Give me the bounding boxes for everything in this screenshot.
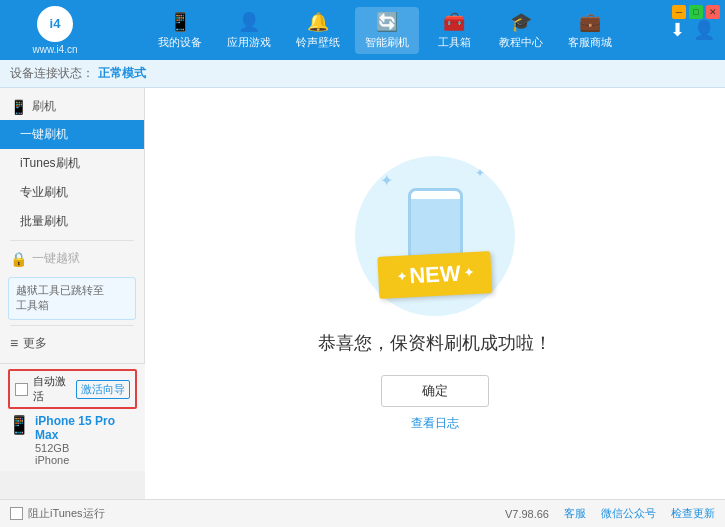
sparkle-left-icon: ✦	[380, 171, 393, 190]
toolbox-label: 工具箱	[438, 35, 471, 50]
header: i4 www.i4.cn 📱 我的设备 👤 应用游戏 🔔 铃声壁纸 🔄 智能刷机…	[0, 0, 725, 60]
sidebar-divider-1	[10, 240, 134, 241]
nav-tabs: 📱 我的设备 👤 应用游戏 🔔 铃声壁纸 🔄 智能刷机 🧰 工具箱 🎓 教程中心…	[100, 7, 670, 54]
nav-tab-toolbox[interactable]: 🧰 工具箱	[424, 7, 484, 54]
header-right: ⬇ 👤	[670, 19, 715, 41]
device-name: iPhone 15 Pro Max	[35, 414, 137, 442]
jailbreak-section-icon: 🔒	[10, 251, 27, 267]
download-icon[interactable]: ⬇	[670, 19, 685, 41]
sparkle-right-icon: ✦	[475, 166, 485, 180]
status-value: 正常模式	[98, 65, 146, 82]
nav-tab-apps[interactable]: 👤 应用游戏	[217, 7, 281, 54]
log-link[interactable]: 查看日志	[411, 415, 459, 432]
device-section: 自动激活 激活向导 📱 iPhone 15 Pro Max 512GB iPho…	[0, 363, 145, 471]
tutorial-label: 教程中心	[499, 35, 543, 50]
logo-area: i4 www.i4.cn	[10, 6, 100, 55]
sidebar-wrapper: 📱 刷机 一键刷机 iTunes刷机 专业刷机 批量刷机 🔒 一键越狱 越狱工具…	[0, 88, 145, 499]
device-phone-icon: 📱	[8, 414, 30, 436]
main-layout: 📱 刷机 一键刷机 iTunes刷机 专业刷机 批量刷机 🔒 一键越狱 越狱工具…	[0, 88, 725, 499]
jailbreak-section-label: 一键越狱	[32, 250, 80, 267]
footer-right: V7.98.66 客服 微信公众号 检查更新	[505, 506, 715, 521]
sidebar-item-itunes-flash[interactable]: iTunes刷机	[0, 149, 144, 178]
apps-icon: 👤	[238, 11, 260, 33]
device-details: iPhone 15 Pro Max 512GB iPhone	[35, 414, 137, 466]
device-type: iPhone	[35, 454, 137, 466]
version-text: V7.98.66	[505, 508, 549, 520]
status-label: 设备连接状态：	[10, 65, 94, 82]
nav-tab-service[interactable]: 💼 客服商城	[558, 7, 622, 54]
smart-flash-icon: 🔄	[376, 11, 398, 33]
nav-tab-tutorial[interactable]: 🎓 教程中心	[489, 7, 553, 54]
maximize-button[interactable]: □	[689, 5, 703, 19]
success-image: ✦ ✦ NEW	[355, 156, 515, 316]
sidebar-item-batch-flash[interactable]: 批量刷机	[0, 207, 144, 236]
auto-activate-checkbox[interactable]	[15, 383, 28, 396]
confirm-button[interactable]: 确定	[381, 375, 489, 407]
check-update-link[interactable]: 检查更新	[671, 506, 715, 521]
success-text: 恭喜您，保资料刷机成功啦！	[318, 331, 552, 355]
minimize-button[interactable]: ─	[672, 5, 686, 19]
status-bar: 设备连接状态： 正常模式	[0, 60, 725, 88]
nav-tab-ringtone[interactable]: 🔔 铃声壁纸	[286, 7, 350, 54]
sidebar-section-header-jailbreak: 🔒 一键越狱	[0, 245, 144, 272]
sidebar-divider-2	[10, 325, 134, 326]
logo-text: i4	[50, 16, 61, 31]
service-icon: 💼	[579, 11, 601, 33]
user-icon[interactable]: 👤	[693, 19, 715, 41]
footer-left: 阻止iTunes运行	[10, 506, 105, 521]
more-section-icon: ≡	[10, 335, 18, 351]
itunes-label: 阻止iTunes运行	[28, 506, 105, 521]
flash-section-label: 刷机	[32, 98, 56, 115]
customer-service-link[interactable]: 客服	[564, 506, 586, 521]
auto-activate-label: 自动激活	[33, 374, 71, 404]
more-section-label: 更多	[23, 335, 47, 352]
close-button[interactable]: ✕	[706, 5, 720, 19]
nav-tab-my-device[interactable]: 📱 我的设备	[148, 7, 212, 54]
my-device-icon: 📱	[169, 11, 191, 33]
new-ribbon-text: NEW	[377, 251, 492, 299]
smart-flash-label: 智能刷机	[365, 35, 409, 50]
logo-subtext: www.i4.cn	[32, 44, 77, 55]
sidebar-item-one-key-flash[interactable]: 一键刷机	[0, 120, 144, 149]
sidebar-jailbreak-notice: 越狱工具已跳转至工具箱	[8, 277, 136, 320]
auto-activate-row: 自动激活 激活向导	[8, 369, 137, 409]
tutorial-icon: 🎓	[510, 11, 532, 33]
nav-tab-smart-flash[interactable]: 🔄 智能刷机	[355, 7, 419, 54]
apps-label: 应用游戏	[227, 35, 271, 50]
flash-section-icon: 📱	[10, 99, 27, 115]
wechat-link[interactable]: 微信公众号	[601, 506, 656, 521]
service-label: 客服商城	[568, 35, 612, 50]
sidebar-section-flash: 📱 刷机 一键刷机 iTunes刷机 专业刷机 批量刷机	[0, 93, 144, 236]
guide-button[interactable]: 激活向导	[76, 380, 130, 399]
device-info: 📱 iPhone 15 Pro Max 512GB iPhone	[8, 414, 137, 466]
sidebar-section-header-more: ≡ 更多	[0, 330, 144, 357]
ringtone-label: 铃声壁纸	[296, 35, 340, 50]
sidebar-section-header-flash: 📱 刷机	[0, 93, 144, 120]
sidebar-item-pro-flash[interactable]: 专业刷机	[0, 178, 144, 207]
content-area: ✦ ✦ NEW 恭喜您，保资料刷机成功啦！ 确定 查看日志	[145, 88, 725, 499]
my-device-label: 我的设备	[158, 35, 202, 50]
footer: 阻止iTunes运行 V7.98.66 客服 微信公众号 检查更新	[0, 499, 725, 527]
toolbox-icon: 🧰	[443, 11, 465, 33]
logo-icon: i4	[37, 6, 73, 42]
sidebar-section-jailbreak: 🔒 一键越狱 越狱工具已跳转至工具箱	[0, 245, 144, 320]
new-badge: NEW	[378, 254, 491, 296]
itunes-checkbox[interactable]	[10, 507, 23, 520]
ringtone-icon: 🔔	[307, 11, 329, 33]
device-storage: 512GB	[35, 442, 137, 454]
